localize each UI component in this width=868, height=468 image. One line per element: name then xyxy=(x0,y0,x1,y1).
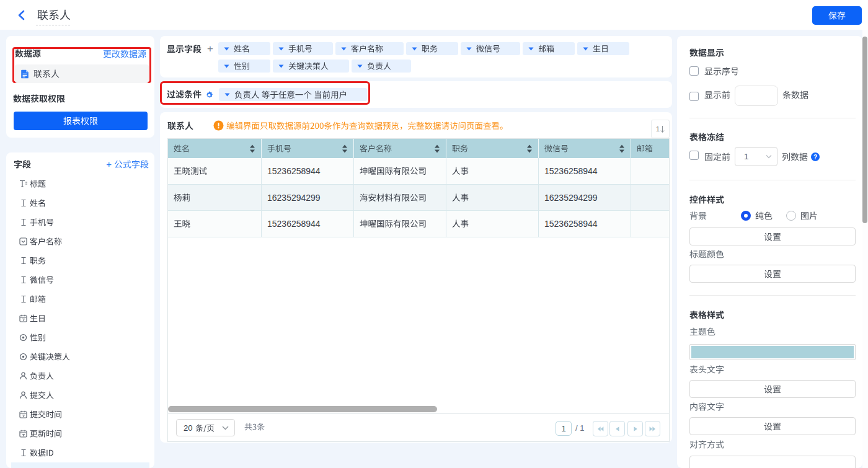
svg-text:?: ? xyxy=(813,154,817,161)
